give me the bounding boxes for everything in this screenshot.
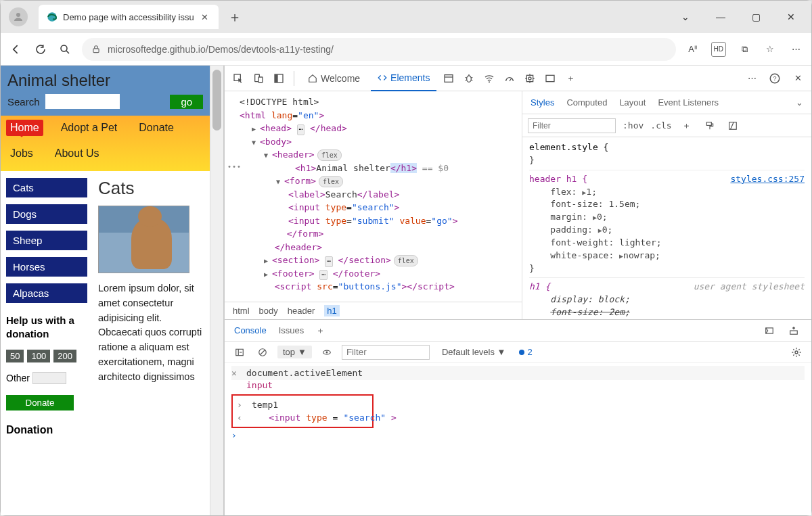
read-aloud-icon[interactable]: Aᴵᴵ	[685, 42, 700, 57]
style-paint-icon[interactable]	[702, 118, 718, 134]
expand-drawer-icon[interactable]	[786, 323, 802, 339]
nav-donate[interactable]: Donate	[135, 120, 178, 136]
cls-toggle[interactable]: .cls	[650, 120, 671, 131]
tab-welcome[interactable]: Welcome	[301, 66, 367, 91]
chevron-down-icon[interactable]: ⌄	[796, 97, 803, 108]
console-filter-input[interactable]	[342, 345, 430, 360]
drawer-add-icon[interactable]: ＋	[316, 325, 325, 337]
sidebar-item-cats[interactable]: Cats	[6, 178, 87, 197]
clear-console-icon[interactable]	[254, 344, 271, 360]
styles-filter-input[interactable]	[528, 118, 616, 133]
console-sidebar-icon[interactable]	[231, 344, 248, 360]
application-icon[interactable]	[441, 70, 457, 87]
sidebar-item-sheep[interactable]: Sheep	[6, 231, 87, 250]
titlebar: Demo page with accessibility issu ✕ ＋ ⌄ …	[1, 1, 811, 33]
styles-body[interactable]: element.style { } header h1 {styles.css:…	[522, 137, 811, 319]
nav-adopt[interactable]: Adopt a Pet	[57, 120, 122, 136]
window-close-button[interactable]: ✕	[782, 11, 800, 22]
dom-panel: <!DOCTYPE html> <html lang="en"> ▶<head>…	[225, 91, 522, 319]
search-go-button[interactable]: go	[170, 95, 203, 109]
drawer-tab-console[interactable]: Console	[234, 325, 267, 335]
performance-icon[interactable]	[501, 70, 518, 87]
svg-rect-9	[445, 74, 453, 82]
home-icon	[308, 74, 317, 83]
overflow-icon[interactable]: ⋯	[744, 70, 760, 87]
new-tab-button[interactable]: ＋	[224, 6, 246, 28]
site-search-input[interactable]	[45, 94, 120, 109]
donation-heading: Donation	[6, 424, 87, 436]
console-settings-icon[interactable]	[788, 344, 805, 360]
add-tab-icon[interactable]: ＋	[562, 70, 579, 87]
browser-tab[interactable]: Demo page with accessibility issu ✕	[39, 5, 219, 29]
dom-breadcrumbs[interactable]: html body header h1	[225, 302, 522, 319]
panel-icon[interactable]	[542, 70, 558, 87]
lock-icon	[91, 45, 101, 54]
close-icon[interactable]: ✕	[200, 12, 210, 22]
snippet-icon[interactable]	[761, 323, 777, 339]
amount-50[interactable]: 50	[6, 350, 24, 362]
sidebar-item-alpacas[interactable]: Alpacas	[6, 283, 87, 303]
back-button[interactable]	[9, 42, 24, 57]
tab-elements[interactable]: Elements	[371, 66, 436, 91]
console-body[interactable]: ✕ document.activeElement input ›temp1 ‹ …	[225, 363, 811, 515]
search-icon[interactable]	[58, 42, 72, 57]
address-bar[interactable]: microsoftedge.github.io/Demos/devtools-a…	[82, 38, 676, 61]
profile-avatar[interactable]	[9, 7, 28, 26]
source-link[interactable]: styles.css:257	[730, 173, 805, 186]
styles-tab-styles[interactable]: Styles	[531, 97, 554, 108]
bug-icon[interactable]	[461, 70, 477, 87]
url-text: microsoftedge.github.io/Demos/devtools-a…	[108, 44, 334, 55]
live-expression-icon[interactable]	[319, 344, 335, 360]
dock-icon[interactable]	[271, 70, 287, 87]
layout-toggle-icon[interactable]	[725, 118, 741, 134]
scrollbar[interactable]	[210, 66, 223, 515]
network-icon[interactable]	[481, 70, 497, 87]
nav-about[interactable]: About Us	[51, 145, 104, 162]
page-title: Cats	[98, 178, 204, 199]
issues-badge[interactable]: 2	[519, 347, 532, 357]
styles-tab-computed[interactable]: Computed	[566, 97, 607, 108]
hd-icon[interactable]: HD	[711, 42, 726, 57]
refresh-button[interactable]	[33, 42, 48, 57]
svg-point-10	[467, 76, 472, 82]
styles-tab-layout[interactable]: Layout	[619, 97, 646, 108]
context-selector[interactable]: top ▼	[277, 346, 312, 358]
favorites-icon[interactable]: ☆	[763, 42, 777, 57]
page-viewport: Animal shelter Search go Home Adopt a Pe…	[1, 66, 224, 515]
memory-icon[interactable]	[522, 70, 538, 87]
dismiss-icon[interactable]: ✕	[231, 368, 241, 378]
svg-text:?: ?	[773, 75, 776, 82]
crumb-html: html	[233, 306, 250, 316]
amount-100[interactable]: 100	[27, 350, 50, 362]
hov-toggle[interactable]: :hov	[623, 120, 644, 131]
minimize-button[interactable]: —	[711, 11, 730, 22]
styles-tab-listeners[interactable]: Event Listeners	[658, 97, 719, 108]
sidebar-item-dogs[interactable]: Dogs	[6, 204, 87, 224]
other-amount-input[interactable]	[32, 372, 66, 384]
person-icon	[12, 11, 24, 23]
devtools-panel: Welcome Elements ＋ ⋯ ? ✕ <	[224, 66, 811, 515]
device-icon[interactable]	[250, 70, 267, 87]
help-icon[interactable]: ?	[767, 70, 783, 87]
browser-toolbar: microsoftedge.github.io/Demos/devtools-a…	[1, 33, 811, 66]
more-icon[interactable]: ⋯	[788, 42, 803, 57]
svg-rect-17	[706, 122, 711, 125]
nav-home[interactable]: Home	[6, 120, 43, 136]
new-style-icon[interactable]: ＋	[679, 118, 695, 134]
log-levels-selector[interactable]: Default levels ▼	[442, 347, 506, 357]
nav-jobs[interactable]: Jobs	[6, 145, 37, 162]
devtools-close-icon[interactable]: ✕	[790, 70, 806, 87]
svg-point-13	[528, 77, 531, 80]
inspect-icon[interactable]	[230, 70, 246, 87]
maximize-button[interactable]: ▢	[746, 11, 765, 22]
chevron-down-icon[interactable]: ⌄	[676, 11, 695, 22]
sidebar-item-horses[interactable]: Horses	[6, 257, 87, 277]
amount-200[interactable]: 200	[53, 350, 76, 362]
svg-point-24	[325, 351, 328, 353]
svg-rect-3	[93, 48, 99, 52]
collections-icon[interactable]: ⧉	[737, 42, 752, 57]
donate-button[interactable]: Donate	[6, 395, 74, 411]
styles-panel: Styles Computed Layout Event Listeners ⌄…	[522, 91, 811, 319]
drawer-tab-issues[interactable]: Issues	[279, 325, 304, 335]
dom-tree[interactable]: <!DOCTYPE html> <html lang="en"> ▶<head>…	[225, 91, 522, 302]
